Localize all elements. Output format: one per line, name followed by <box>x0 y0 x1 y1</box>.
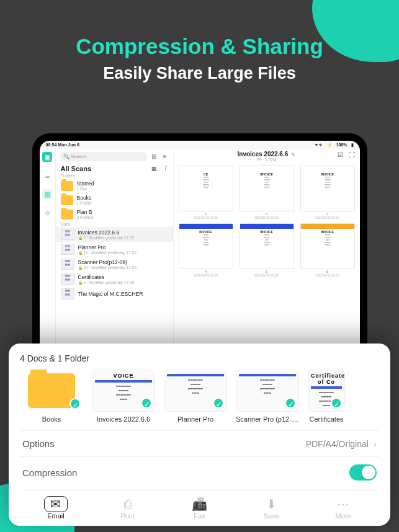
sort-icon[interactable]: ≡ <box>161 153 169 160</box>
options-value: PDF/A4/Original <box>306 439 369 449</box>
page-thumb[interactable]: INVOICE━━━━━━━━━━━━━━━━━━━━━ 6 2022/06/0… <box>300 223 355 277</box>
select-icon[interactable]: ☑ <box>338 151 343 158</box>
doc-row[interactable]: ▤▤▤▤ Invoices 2022.6.6 🔒7 · Modified yes… <box>56 227 173 242</box>
lock-icon: 🔒 <box>78 281 83 285</box>
doc-row[interactable]: ▤▤▤▤ Certificates 🔒6 · Modified yesterda… <box>56 272 173 286</box>
status-bar: 08:54 Mon Jun 6 ◉ ᯤ ⚡ 100% ▮ <box>40 141 360 149</box>
action-label: Print <box>109 512 146 520</box>
rename-icon[interactable]: ✎ <box>291 152 295 157</box>
share-item[interactable]: ━━━━━━━━━━━━━━━━━━━✓Scanner Pro (p12-09) <box>236 370 299 423</box>
folder-meta: 1 Doc <box>77 187 94 191</box>
sidebar-title: All Scans <box>61 165 92 172</box>
rail-app-icon[interactable]: ▣ <box>42 152 52 162</box>
page-date: 2022/06/05 20:05 <box>300 273 355 277</box>
action-email[interactable]: ✉Email <box>37 496 74 520</box>
share-item-label: Books <box>20 415 83 423</box>
folder-row[interactable]: Plan B 2 Folders <box>56 207 173 221</box>
share-sheet: 4 Docs & 1 Folder ✓BooksVOICE━━━━━━━━━━━… <box>9 344 390 526</box>
folders-section-label: Folders <box>56 173 173 179</box>
page-date: 2022/06/05 20:05 <box>240 216 294 219</box>
save-icon: ⬇ <box>253 496 290 512</box>
rail-cloud-icon[interactable]: ☁ <box>42 171 52 180</box>
action-save[interactable]: ⬇Save <box>253 496 290 520</box>
folder-icon <box>61 210 73 219</box>
compression-label: Compression <box>22 468 77 478</box>
check-icon: ✓ <box>69 398 81 409</box>
hero-subtitle: Easily Share Large Files <box>0 64 399 83</box>
compression-toggle[interactable] <box>349 464 377 481</box>
grid-view-icon[interactable]: ▦ <box>151 166 157 172</box>
share-items-row[interactable]: ✓BooksVOICE━━━━━━━━━━━━━━━━━━━✓Invoices … <box>20 370 379 423</box>
doc-thumb: ▤▤▤▤ <box>61 273 74 285</box>
new-folder-icon[interactable]: ⊞ <box>150 153 158 160</box>
lock-icon: 🔒 <box>78 251 83 255</box>
rail-settings-icon[interactable]: ⚙ <box>42 208 52 218</box>
page-thumb[interactable]: INVOICE━━━━━━━━━━━━━━━━━━━━━ 2 2022/06/0… <box>240 166 294 219</box>
folder-name: Plan B <box>77 209 94 215</box>
folder-row[interactable]: Starred 1 Doc <box>56 179 173 193</box>
folder-name: Starred <box>77 180 94 187</box>
share-item-label: Planner Pro <box>164 415 227 423</box>
check-icon: ✓ <box>331 397 342 409</box>
document-meta: 7P · 1.77M <box>177 157 356 162</box>
selection-count: 4 Docs & 1 Folder <box>20 353 379 363</box>
lock-icon: 🔒 <box>78 266 83 270</box>
check-icon: ✓ <box>285 397 296 409</box>
doc-row[interactable]: ▤▤▤▤ The Magic of M.C.ESCHER <box>56 286 173 301</box>
share-item-label: Invoices 2022.6.6 <box>92 415 155 423</box>
folder-name: Books <box>77 195 92 201</box>
folder-meta: 1 Folder <box>77 201 92 205</box>
doc-thumb: ▤▤▤▤ <box>61 229 74 240</box>
share-item-label: Scanner Pro (p12-09) <box>236 415 299 423</box>
email-icon: ✉ <box>44 496 68 512</box>
page-date: 2022/06/05 20:24 <box>300 216 355 219</box>
more-icon: ⋯ <box>325 496 362 512</box>
chevron-right-icon: › <box>374 438 377 449</box>
options-label: Options <box>22 438 55 449</box>
action-bar: ✉Email⎙Print📠Fax⬇Save⋯More <box>20 490 379 520</box>
share-item[interactable]: ━━━━━━━━━━━━━━━━━━━✓Planner Pro <box>164 370 227 423</box>
folder-icon <box>61 195 73 205</box>
search-icon: 🔍 <box>63 154 71 159</box>
page-thumb[interactable]: INVOICE━━━━━━━━━━━━━━━━━━━━━ 4 2022/06/0… <box>179 223 233 277</box>
doc-name: The Magic of M.C.ESCHER <box>78 291 143 297</box>
more-icon[interactable]: ⋮ <box>163 166 168 172</box>
folder-icon <box>28 373 75 408</box>
doc-row[interactable]: ▤▤▤▤ Scanner Pro(p12-09) 🔒16 · Modified … <box>56 257 173 272</box>
action-label: Fax <box>181 512 218 520</box>
action-fax[interactable]: 📠Fax <box>181 496 218 520</box>
share-item[interactable]: ✓Books <box>20 370 83 423</box>
doc-meta: 🔒6 · Modified yesterday 17:26 <box>78 280 135 285</box>
page-date: 2022/06/05 20:00 <box>179 273 233 277</box>
compression-row: Compression <box>20 456 379 488</box>
rail-scans-icon[interactable]: ▤ <box>42 189 52 199</box>
doc-row[interactable]: ▤▤▤▤ Planner Pro 🔒11 · Modified yesterda… <box>56 242 173 257</box>
battery-icon: ⚡ <box>327 143 333 147</box>
lock-icon: 🔒 <box>78 236 83 240</box>
doc-thumb: ▤▤▤▤ <box>61 259 74 270</box>
share-item[interactable]: Certificate of Co━━━━━━━━━━━━━━━━━━━✓Cer… <box>308 370 345 423</box>
folder-icon <box>61 181 73 191</box>
search-input[interactable]: 🔍 Search <box>60 152 147 161</box>
page-thumb[interactable]: INVOICE━━━━━━━━━━━━━━━━━━━━━ 5 2022/06/0… <box>240 223 294 277</box>
status-time: 08:54 <box>46 143 57 147</box>
doc-name: Scanner Pro(p12-09) <box>78 259 137 265</box>
page-thumb[interactable]: INVOICE━━━━━━━━━━━━━━━━━━━━━ 3 2022/06/0… <box>300 166 355 219</box>
folder-meta: 2 Folders <box>77 215 94 219</box>
fax-icon: 📠 <box>181 496 218 512</box>
action-label: More <box>325 512 362 520</box>
scan-icon[interactable]: ⛶ <box>349 151 355 158</box>
folder-row[interactable]: Books 1 Folder <box>56 193 173 207</box>
options-row[interactable]: Options PDF/A4/Original › <box>20 430 379 456</box>
docs-section-label: Docs <box>56 221 173 227</box>
page-thumb[interactable]: CE━━━━━━━━━━━━━━━━━━━━━ 1 2022/06/05 20:… <box>179 166 233 219</box>
doc-thumb: ▤▤▤▤ <box>61 288 74 299</box>
doc-name: Planner Pro <box>78 244 137 250</box>
action-label: Email <box>37 512 74 520</box>
action-more[interactable]: ⋯More <box>325 496 362 520</box>
doc-thumb: ▤▤▤▤ <box>61 244 74 255</box>
check-icon: ✓ <box>213 397 224 409</box>
check-icon: ✓ <box>141 397 152 409</box>
share-item[interactable]: VOICE━━━━━━━━━━━━━━━━━━━✓Invoices 2022.6… <box>92 370 155 423</box>
action-print[interactable]: ⎙Print <box>109 496 146 520</box>
